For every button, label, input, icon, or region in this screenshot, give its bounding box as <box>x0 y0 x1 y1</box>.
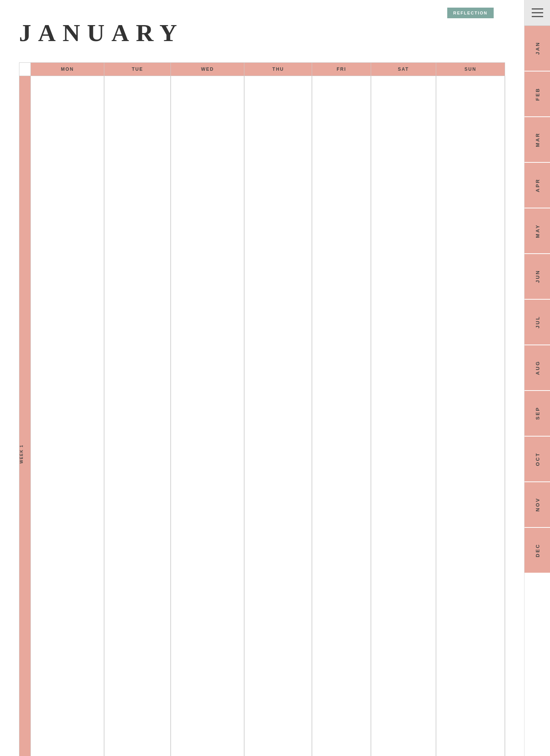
table-row: WEEK 1 <box>19 76 505 756</box>
header-sat: SAT <box>371 63 436 76</box>
header-sun: SUN <box>436 63 505 76</box>
sidebar-item-dec[interactable]: DEC <box>524 528 550 573</box>
week1-label: WEEK 1 <box>19 76 31 756</box>
sidebar-item-jul[interactable]: JUL <box>524 300 550 345</box>
sidebar-item-jan[interactable]: JAN <box>524 26 550 71</box>
cell-w1-sun[interactable] <box>436 76 505 756</box>
sidebar-item-aug[interactable]: AUG <box>524 345 550 391</box>
cell-w1-thu[interactable] <box>244 76 312 756</box>
sidebar: JAN FEB MAR APR MAY JUN JUL AUG SEP OCT … <box>524 0 550 756</box>
menu-icon[interactable] <box>524 0 550 26</box>
month-title: JANUARY <box>19 19 505 47</box>
cell-w1-wed[interactable] <box>171 76 244 756</box>
header-tue: TUE <box>104 63 171 76</box>
cell-w1-tue[interactable] <box>104 76 171 756</box>
svg-rect-0 <box>532 8 543 10</box>
sidebar-item-oct[interactable]: OCT <box>524 437 550 482</box>
sidebar-item-feb[interactable]: FEB <box>524 71 550 117</box>
sidebar-item-jun[interactable]: JUN <box>524 254 550 300</box>
header-fri: FRI <box>312 63 371 76</box>
sidebar-item-sep[interactable]: SEP <box>524 391 550 437</box>
sidebar-item-mar[interactable]: MAR <box>524 117 550 163</box>
calendar: MON TUE WED THU FRI SAT SUN WEEK 1 <box>19 62 505 756</box>
cell-w1-sat[interactable] <box>371 76 436 756</box>
svg-rect-1 <box>532 12 543 13</box>
header-mon: MON <box>31 63 104 76</box>
cell-w1-fri[interactable] <box>312 76 371 756</box>
reflection-button[interactable]: REFLECTION <box>447 8 494 18</box>
calendar-table: MON TUE WED THU FRI SAT SUN WEEK 1 <box>19 62 505 756</box>
header-thu: THU <box>244 63 312 76</box>
svg-rect-2 <box>532 16 543 17</box>
cell-w1-mon[interactable] <box>31 76 104 756</box>
sidebar-item-nov[interactable]: NOV <box>524 482 550 528</box>
sidebar-item-apr[interactable]: APR <box>524 163 550 208</box>
header-wed: WED <box>171 63 244 76</box>
sidebar-item-may[interactable]: MAY <box>524 208 550 254</box>
main-content: REFLECTION JANUARY MON TUE WED THU FRI S… <box>0 0 524 756</box>
